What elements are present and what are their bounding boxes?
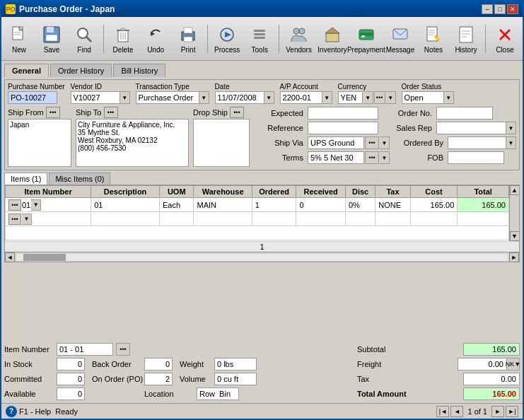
terms-btn[interactable]: ••• (365, 151, 379, 164)
ship-via-dropdown[interactable]: ▼ (380, 136, 390, 149)
sales-rep-input[interactable] (436, 122, 506, 134)
date-dropdown[interactable]: ▼ (264, 91, 274, 104)
svg-rect-26 (326, 33, 339, 42)
vendors-label: Vendors (286, 46, 312, 54)
prepayment-button[interactable]: Prepayment (351, 22, 382, 56)
currency-label: Currency (338, 83, 396, 91)
item-number-detail-input[interactable] (57, 343, 113, 356)
process-icon (216, 24, 238, 45)
nav-prev-btn[interactable]: ◄ (450, 406, 463, 417)
back-order-input[interactable] (144, 358, 173, 371)
ship-via-btn[interactable]: ••• (365, 136, 379, 149)
col-header-ordered: Ordered (252, 186, 296, 198)
app-icon: PO (6, 4, 16, 14)
item-number-dropdown[interactable]: ▼ (31, 199, 41, 211)
terms-input[interactable] (308, 151, 364, 164)
close-toolbar-label: Close (496, 46, 514, 54)
undo-button[interactable]: Undo (141, 22, 170, 56)
order-status-input[interactable] (402, 91, 444, 104)
process-button[interactable]: Process (212, 22, 242, 56)
scroll-left-btn[interactable]: ◄ (5, 252, 15, 262)
ship-via-input[interactable] (308, 136, 364, 149)
col-header-cost: Cost (410, 186, 458, 198)
tools-button[interactable]: Tools (245, 22, 274, 56)
reference-input[interactable] (308, 122, 378, 134)
svg-rect-17 (184, 28, 192, 33)
vendor-id-dropdown[interactable]: ▼ (120, 91, 130, 104)
notes-button[interactable]: Notes (419, 22, 448, 56)
tab-order-history[interactable]: Order History (50, 64, 112, 77)
maximize-button[interactable]: □ (494, 4, 506, 14)
transaction-type-input[interactable] (136, 91, 199, 104)
drop-ship-browse[interactable]: ••• (230, 107, 244, 118)
volume-input[interactable] (214, 373, 257, 385)
nav-next-btn[interactable]: ► (491, 406, 504, 417)
window-close-button[interactable]: ✕ (507, 4, 518, 14)
currency-input[interactable] (338, 91, 363, 104)
empty-row-dropdown[interactable]: ▼ (22, 214, 32, 225)
freight-dropdown[interactable]: NK▼ (507, 358, 520, 371)
currency-dropdown[interactable]: ▼ (363, 91, 373, 104)
tab-bill-history[interactable]: Bill History (113, 64, 165, 77)
currency-extra-btn[interactable]: ••• (374, 91, 385, 104)
ship-from-textarea[interactable]: Japan (8, 119, 71, 167)
vendor-id-input[interactable] (71, 91, 120, 104)
available-input[interactable] (57, 387, 85, 400)
in-stock-input[interactable] (57, 358, 85, 371)
expected-input[interactable] (308, 107, 378, 119)
message-button[interactable]: Message (385, 22, 416, 56)
find-button[interactable]: Find (69, 22, 99, 56)
items-tab[interactable]: Items (1) (4, 173, 47, 185)
scroll-down-btn[interactable]: ▼ (510, 231, 520, 241)
ship-to-textarea[interactable]: City Furniture & Appliance, Inc. 35 Myrt… (76, 119, 189, 167)
scroll-up-btn[interactable]: ▲ (510, 185, 520, 195)
nav-first-btn[interactable]: |◄ (436, 406, 449, 417)
committed-input[interactable] (57, 373, 85, 385)
minimize-button[interactable]: – (482, 4, 493, 14)
nav-last-btn[interactable]: ►| (506, 406, 518, 417)
drop-ship-box: Drop Ship ••• (193, 107, 250, 167)
inventory-button[interactable]: Inventory (317, 22, 348, 56)
order-status-group: Order Status ▼ (402, 83, 454, 104)
item-number-label: Item Number (4, 345, 54, 354)
save-button[interactable]: Save (37, 22, 66, 56)
drop-ship-textarea[interactable] (193, 119, 250, 167)
weight-input[interactable] (214, 358, 257, 371)
currency-extra-dropdown[interactable]: ▼ (386, 91, 396, 104)
history-button[interactable]: History (451, 22, 481, 56)
on-order-input[interactable] (144, 373, 173, 385)
close-toolbar-button[interactable]: Close (490, 22, 520, 56)
order-status-dropdown[interactable]: ▼ (444, 91, 454, 104)
misc-items-tab[interactable]: Misc Items (0) (49, 173, 110, 185)
ordered-by-input[interactable] (448, 136, 506, 149)
terms-dropdown[interactable]: ▼ (380, 151, 390, 164)
print-button[interactable]: Print (173, 22, 203, 56)
cell-tax: NONE (375, 198, 410, 212)
tab-general[interactable]: General (4, 64, 49, 77)
ship-from-browse[interactable]: ••• (46, 107, 60, 118)
purchase-number-input[interactable] (8, 91, 57, 104)
ap-account-input[interactable] (280, 91, 322, 104)
empty-row-btn[interactable]: ••• (8, 214, 21, 225)
delete-button[interactable]: Delete (108, 22, 138, 56)
sales-rep-label: Sales Rep (383, 124, 432, 132)
order-no-input[interactable] (436, 107, 493, 119)
date-input[interactable] (215, 91, 264, 104)
ship-to-browse[interactable]: ••• (104, 107, 118, 118)
sales-rep-dropdown[interactable]: ▼ (506, 122, 516, 134)
message-label: Message (386, 46, 415, 54)
location-input[interactable] (197, 387, 239, 400)
fob-input[interactable] (448, 151, 504, 164)
item-number-btn[interactable]: ••• (8, 199, 21, 211)
new-button[interactable]: New (4, 22, 34, 56)
ap-account-dropdown[interactable]: ▼ (322, 91, 332, 104)
vendors-button[interactable]: Vendors (284, 22, 314, 56)
ordered-by-dropdown[interactable]: ▼ (506, 136, 516, 149)
freight-value[interactable] (458, 358, 507, 371)
horizontal-scrollbar: ◄ ► (5, 252, 519, 262)
item-number-detail-btn[interactable]: ••• (116, 343, 130, 356)
scroll-right-btn[interactable]: ► (509, 252, 519, 262)
transaction-type-dropdown[interactable]: ▼ (199, 91, 209, 104)
toolbar-sep-2 (207, 25, 208, 53)
history-label: History (455, 46, 477, 54)
